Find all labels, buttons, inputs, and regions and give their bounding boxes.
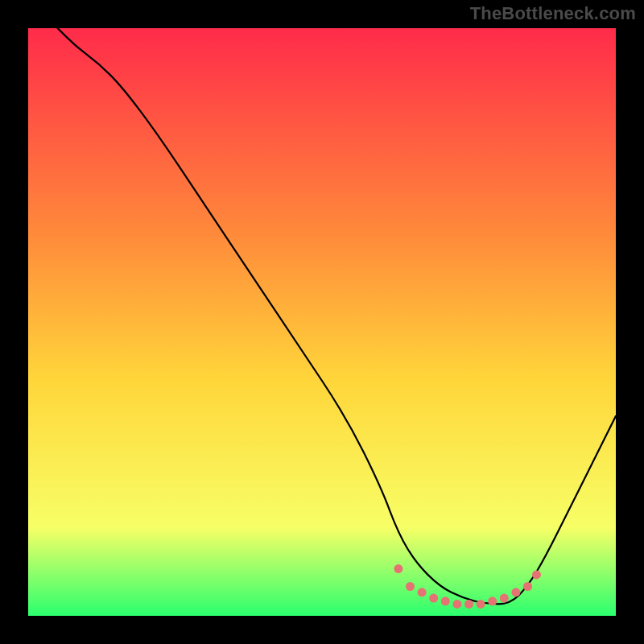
plot-area	[28, 28, 616, 616]
valley-dot	[511, 588, 520, 597]
valley-dot	[441, 597, 450, 605]
chart-svg	[28, 28, 616, 616]
valley-dot	[429, 594, 438, 603]
chart-frame: TheBottleneck.com	[0, 0, 644, 644]
valley-dot	[532, 570, 541, 579]
valley-dot	[406, 582, 415, 591]
valley-dot	[500, 594, 509, 603]
valley-dot	[418, 588, 427, 597]
valley-dot	[523, 582, 532, 591]
valley-dot	[452, 600, 461, 609]
watermark-text: TheBottleneck.com	[470, 3, 636, 24]
valley-dot	[394, 564, 402, 573]
gradient-background	[28, 28, 616, 616]
valley-dot	[464, 600, 473, 609]
valley-dot	[488, 597, 497, 605]
valley-dot	[477, 600, 485, 609]
